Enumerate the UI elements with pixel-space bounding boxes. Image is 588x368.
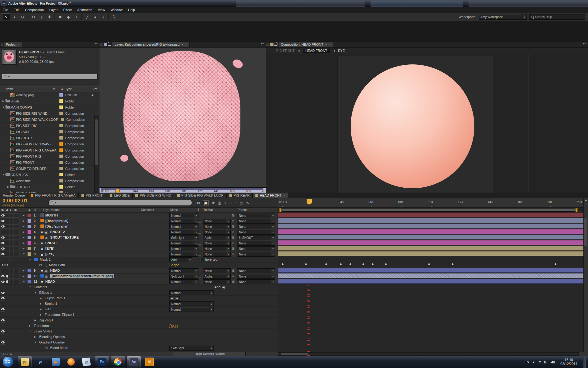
label-swatch[interactable] [28,225,31,228]
select-tool[interactable]: ↖ [2,13,10,20]
timeline-column-headers[interactable]: ◉ ◀ ● ▣ ◈ # Layer Name Comment Mode T Tr… [0,208,277,213]
composition-mini-flowchart-icon[interactable]: ⋈ [196,201,200,205]
project-item-graphics[interactable]: ▼GRAPHICSFolder [0,172,100,178]
timeline-bar-row[interactable] [278,256,584,262]
brush-tool[interactable]: ╱ [84,14,91,20]
timeline-row-snout-2[interactable]: ▶4★ ◍SNOUT 2Normal▼None▼◎None▼ [0,229,277,235]
project-item-pig-side-rig[interactable]: PIG SIDE RIGComposition [0,123,100,129]
hide-shy-layers-icon[interactable]: ★ [211,201,215,205]
t-switch[interactable] [198,269,201,272]
label-swatch[interactable] [28,241,31,245]
toggle-switches-modes-button[interactable]: Toggle Switches / Modes [173,352,246,356]
audio-toggle[interactable] [5,241,9,245]
shape-tool[interactable]: ■ [57,14,64,20]
project-item-solids[interactable]: ▶SolidsFolder [0,98,100,104]
timeline-bar-row[interactable] [278,339,584,345]
visibility-toggle[interactable] [1,302,5,306]
timeline-bar-row[interactable] [278,345,584,350]
twirl-icon[interactable]: ▶ [23,242,24,244]
show-desktop-button[interactable] [583,356,586,368]
twirl-icon[interactable]: ▶ [23,247,24,250]
breadcrumb-pig-front[interactable]: PIG FRONT [276,49,295,52]
parent-pickwhip-icon[interactable]: ◎ [232,269,235,272]
label-swatch[interactable] [28,280,31,283]
timeline-row-layer-styles[interactable]: ▼Layer Styles [0,329,277,334]
mode-dropdown[interactable]: Normal▼ [169,230,198,235]
label-swatch[interactable] [59,105,63,109]
menu-help[interactable]: Help [125,7,138,13]
twirl-icon[interactable]: ▶ [23,220,24,222]
trkmat-dropdown[interactable]: None▼ [203,219,231,224]
label-swatch[interactable] [59,93,63,97]
search-help-input[interactable]: Search Help [529,14,585,20]
timeline-bar-row[interactable] [278,295,584,301]
layer-duration-bar[interactable] [278,213,584,217]
graph-editor-icon[interactable]: ∿ [246,201,249,205]
auto-keyframe-icon[interactable]: ◔ [235,201,237,205]
column-layer-name[interactable]: Layer Name [43,208,59,212]
timeline-row--eye-[interactable]: ▼8▦[EYE]Normal▼None▼◎None▼ [0,251,277,257]
timeline-row--disc-spiral-ai-[interactable]: ▶3[Disc/spiral.ai]Normal▼None▼◎None▼ [0,224,277,229]
timeline-tab-leg-side[interactable]: LEG SIDE [107,193,133,198]
timeline-row-transform[interactable]: ▶TransformReset [0,323,277,329]
timeline-tab-pig-front[interactable]: PIG FRONT [79,193,107,198]
layer-name[interactable]: [Disc/spiral.ai] [45,224,68,228]
comp-marker-icon[interactable]: ⚑ [584,199,588,202]
blend-mode-dropdown[interactable]: Normal▼ [169,290,214,295]
camera-tool[interactable]: ◫ [38,14,45,20]
close-icon[interactable]: × [283,194,285,197]
visibility-toggle[interactable] [1,307,5,312]
column-number[interactable]: # [34,208,36,212]
layer-duration-bar[interactable] [278,251,584,256]
label-column-icon[interactable]: ◈ [28,208,31,212]
keyframe-icon[interactable]: ◀▶ [304,263,307,265]
lock-toggle[interactable] [13,241,18,245]
solo-toggle[interactable] [9,269,14,273]
timeline-bar-row[interactable] [278,234,584,240]
panel-grip[interactable] [266,43,269,46]
timeline-bar-row[interactable] [278,301,584,306]
trkmat-dropdown[interactable]: None▼ [203,252,231,257]
timeline-row-blending-options[interactable]: ▶Blending Options [0,334,277,340]
breadcrumb-head-front[interactable]: HEAD FRONT [303,48,330,53]
menu-effect[interactable]: Effect [60,7,74,13]
mode-dropdown[interactable]: Normal▼ [169,279,198,284]
property-name[interactable]: Fill 1 [45,307,52,311]
layer-name[interactable]: SNOUT 2 [50,230,65,234]
t-switch[interactable] [198,224,201,228]
label-swatch[interactable] [59,130,63,133]
timeline-right-rail[interactable]: ⚑ [583,198,588,352]
action-center-icon[interactable]: ⚑ [538,360,541,364]
label-swatch[interactable] [28,247,31,250]
video-column-icon[interactable]: ◉ [1,208,4,212]
twirl-icon[interactable]: ▶ [2,100,5,102]
lock-toggle[interactable] [13,269,18,273]
language-indicator[interactable]: EN [524,360,529,364]
blend-mode-dropdown[interactable]: Normal▼ [169,307,214,312]
eraser-tool[interactable]: ▪ [100,14,107,20]
timeline-row-mask-path[interactable]: ◀◇▶◷⎿Mask PathShape... [0,263,277,268]
audio-toggle[interactable] [5,280,9,284]
label-swatch[interactable] [28,269,31,272]
label-swatch[interactable] [59,167,63,170]
column-comment[interactable]: Comment [141,208,154,212]
property-name[interactable]: Ellipse 1 [39,291,52,294]
timeline-row--disc-spiral-ai-[interactable]: ▶2[Disc/spiral.ai]Normal▼None▼◎None▼ [0,218,277,224]
timeline-vertical-scrollbar[interactable] [584,218,587,246]
twirl-icon[interactable]: ▼ [34,291,37,294]
layer-duration-bar[interactable] [278,224,584,228]
mode-dropdown[interactable]: Normal▼ [169,252,198,257]
work-area-bar[interactable] [278,208,584,212]
project-item-waist-side[interactable]: waist sideComposition [0,178,100,184]
lock-icon[interactable] [274,43,277,46]
t-switch[interactable] [198,230,201,234]
visibility-toggle[interactable] [1,329,5,334]
show-hidden-icons[interactable]: ▲ [532,360,535,364]
expand-transfer-controls-icon[interactable]: ❒ [6,352,8,355]
project-item-side-rig[interactable]: ▶SIDE RIGFolder [0,184,100,190]
layer-name[interactable]: SNOUT TEXTURE [50,236,79,239]
composition-canvas[interactable] [266,54,588,201]
project-thumbnail[interactable] [2,50,17,65]
trkmat-dropdown[interactable]: None▼ [203,246,231,251]
solo-toggle[interactable] [9,252,14,256]
